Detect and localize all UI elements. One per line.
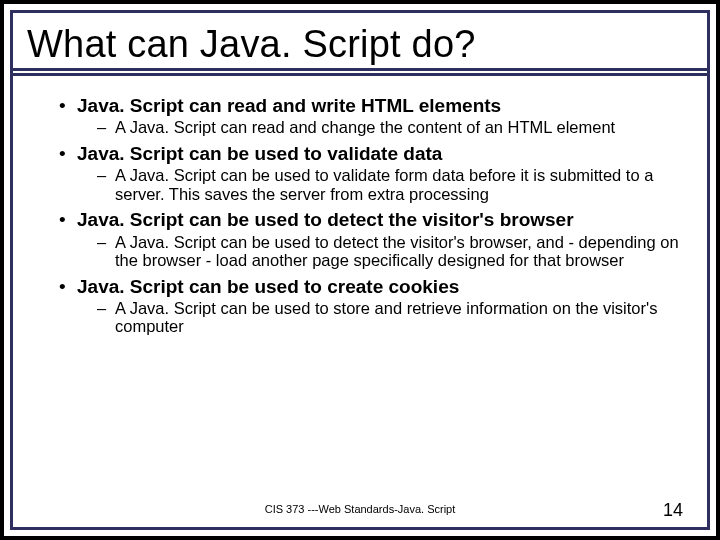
bullet-level2: – A Java. Script can be used to validate… <box>23 165 697 207</box>
bullet-level2: – A Java. Script can be used to store an… <box>23 298 697 340</box>
title-region: What can Java. Script do? <box>13 13 707 71</box>
bullet-subtext: A Java. Script can read and change the c… <box>115 118 615 136</box>
content-area: • Java. Script can read and write HTML e… <box>13 71 707 340</box>
bullet-dash-icon: – <box>97 166 115 184</box>
bullet-subtext: A Java. Script can be used to store and … <box>115 299 679 336</box>
bullet-level1: • Java. Script can be used to detect the… <box>23 207 697 231</box>
slide: What can Java. Script do? • Java. Script… <box>4 4 716 536</box>
bullet-level2: – A Java. Script can read and change the… <box>23 117 697 140</box>
bullet-dot-icon: • <box>59 209 77 231</box>
bullet-dot-icon: • <box>59 276 77 298</box>
bullet-text: Java. Script can be used to detect the v… <box>77 209 574 231</box>
bullet-text: Java. Script can be used to validate dat… <box>77 143 442 165</box>
slide-title: What can Java. Script do? <box>27 23 693 66</box>
bullet-text: Java. Script can read and write HTML ele… <box>77 95 501 117</box>
bullet-level1: • Java. Script can be used to create coo… <box>23 274 697 298</box>
bullet-dot-icon: • <box>59 143 77 165</box>
slide-footer: CIS 373 ---Web Standards-Java. Script <box>13 503 707 515</box>
bullet-level2: – A Java. Script can be used to detect t… <box>23 232 697 274</box>
bullet-level1: • Java. Script can be used to validate d… <box>23 141 697 165</box>
bullet-dash-icon: – <box>97 299 115 317</box>
bullet-dash-icon: – <box>97 118 115 136</box>
page-number: 14 <box>663 500 683 521</box>
bullet-subtext: A Java. Script can be used to detect the… <box>115 233 679 270</box>
bullet-text: Java. Script can be used to create cooki… <box>77 276 459 298</box>
bullet-dot-icon: • <box>59 95 77 117</box>
bullet-level1: • Java. Script can read and write HTML e… <box>23 93 697 117</box>
slide-frame: What can Java. Script do? • Java. Script… <box>10 10 710 530</box>
bullet-dash-icon: – <box>97 233 115 251</box>
bullet-subtext: A Java. Script can be used to validate f… <box>115 166 679 203</box>
